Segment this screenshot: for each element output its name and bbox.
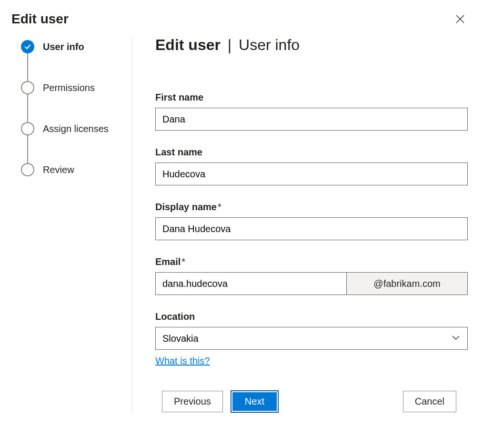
step-connector	[27, 135, 28, 163]
email-domain-select[interactable]: @fabrikam.com	[347, 272, 468, 295]
step-label: Assign licenses	[43, 123, 109, 134]
last-name-label: Last name	[155, 147, 468, 158]
label-text: Display name	[155, 202, 217, 212]
display-name-label: Display name*	[155, 202, 468, 213]
button-row: Previous Next Cancel	[155, 390, 468, 413]
field-display-name: Display name*	[155, 202, 468, 240]
step-connector	[27, 53, 28, 81]
step-user-info[interactable]: User info	[21, 40, 132, 81]
step-assign-licenses[interactable]: Assign licenses	[21, 122, 132, 163]
panel-title: Edit user	[11, 11, 69, 27]
location-hint-link[interactable]: What is this?	[155, 356, 210, 367]
required-star: *	[181, 256, 185, 267]
heading-separator: |	[228, 36, 231, 53]
location-select[interactable]	[155, 327, 468, 350]
step-permissions[interactable]: Permissions	[21, 81, 132, 122]
field-location: Location What is this?	[155, 311, 468, 367]
step-indicator-icon	[21, 163, 34, 176]
heading-sub: User info	[239, 36, 300, 53]
required-star: *	[218, 202, 221, 212]
step-connector	[27, 94, 28, 122]
step-label: Permissions	[43, 82, 95, 93]
step-label: Review	[43, 164, 74, 175]
field-email: Email* @fabrikam.com	[155, 256, 468, 295]
step-indicator-icon	[21, 122, 34, 135]
close-icon	[455, 18, 465, 25]
email-local-input[interactable]	[155, 272, 347, 295]
page-title: Edit user | User info	[155, 36, 468, 54]
step-indicator-icon	[21, 81, 34, 94]
email-label: Email*	[155, 256, 468, 267]
step-label: User info	[43, 41, 84, 52]
field-last-name: Last name	[155, 147, 468, 185]
step-indicator-icon	[21, 40, 34, 53]
label-text: Email	[155, 256, 181, 267]
next-button[interactable]: Next	[231, 390, 279, 413]
close-button[interactable]	[453, 11, 468, 27]
step-review[interactable]: Review	[21, 163, 132, 176]
previous-button[interactable]: Previous	[162, 391, 223, 412]
wizard-stepper: User info Permissions Assign licenses Re…	[21, 36, 132, 413]
first-name-label: First name	[155, 92, 468, 103]
cancel-button[interactable]: Cancel	[403, 391, 456, 412]
first-name-input[interactable]	[155, 108, 468, 131]
display-name-input[interactable]	[155, 217, 468, 240]
field-first-name: First name	[155, 92, 468, 131]
heading-main: Edit user	[155, 36, 221, 53]
last-name-input[interactable]	[155, 163, 468, 185]
form-area: Edit user | User info First name Last na…	[132, 36, 468, 413]
location-label: Location	[155, 311, 468, 322]
